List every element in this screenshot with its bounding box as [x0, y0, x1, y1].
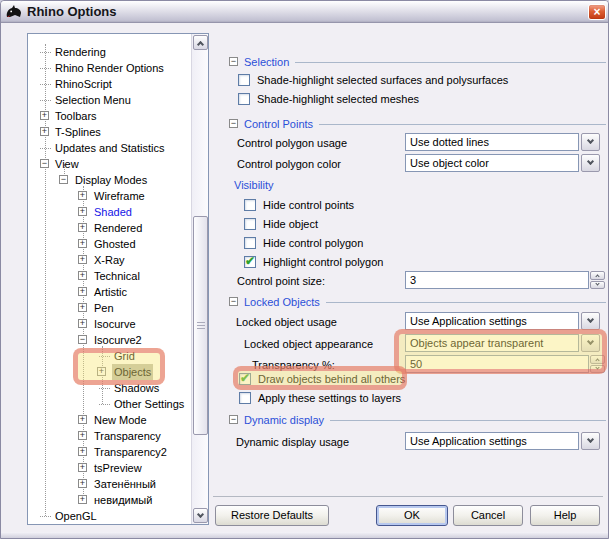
tree-item-row-28[interactable]: +невидимый — [28, 492, 188, 508]
tree-item-label[interactable]: Objects — [112, 364, 153, 380]
expand-icon[interactable]: + — [78, 495, 87, 504]
chevron-down-icon[interactable] — [581, 312, 600, 330]
expand-icon[interactable]: + — [97, 367, 106, 376]
checkbox-box[interactable] — [239, 392, 251, 404]
tree-scrollbar[interactable] — [191, 34, 208, 524]
checkbox-hide-control-polygon[interactable]: Hide control polygon — [244, 236, 363, 250]
expand-icon[interactable]: + — [78, 239, 87, 248]
expand-icon[interactable]: + — [78, 415, 87, 424]
expand-icon[interactable]: + — [78, 431, 87, 440]
tree-item-row-27[interactable]: +Затенённый — [28, 476, 188, 492]
checkbox-shade-highlight-meshes[interactable]: Shade-highlight selected meshes — [238, 92, 419, 106]
tree-item-isocurve2[interactable]: −Isocurve2 — [28, 332, 188, 348]
tree-item-pen[interactable]: +Pen — [28, 300, 188, 316]
restore-defaults-button[interactable]: Restore Defaults — [215, 505, 329, 526]
tree-item-rendering[interactable]: Rendering — [28, 44, 188, 60]
spinner-transparency-percent[interactable]: 50 — [405, 355, 605, 373]
tree-item-label[interactable]: tsPreview — [92, 460, 144, 476]
checkbox-shade-highlight-surfaces[interactable]: Shade-highlight selected surfaces and po… — [238, 73, 508, 87]
collapse-icon[interactable]: − — [229, 297, 238, 306]
tree-item-label[interactable]: невидимый — [92, 492, 154, 508]
expand-icon[interactable]: + — [78, 447, 87, 456]
scrollbar-thumb[interactable] — [193, 216, 208, 435]
tree-item-updates-and-statistics[interactable]: Updates and Statistics — [28, 140, 188, 156]
tree-item-label[interactable]: Updates and Statistics — [53, 140, 166, 156]
spinner-value[interactable]: 50 — [405, 355, 589, 373]
tree-item-label[interactable]: Transparency — [92, 428, 163, 444]
expand-icon[interactable]: + — [78, 223, 87, 232]
tree-item-rhinoscript[interactable]: RhinoScript — [28, 76, 188, 92]
tree-item-label[interactable]: Rhino Render Options — [53, 60, 166, 76]
tree-item-label[interactable]: Artistic — [92, 284, 129, 300]
tree-item-label[interactable]: View — [53, 156, 81, 172]
tree-item-label[interactable]: New Mode — [92, 412, 149, 428]
tree-item-transparency2[interactable]: +Transparency2 — [28, 444, 188, 460]
tree-item-label[interactable]: Selection Menu — [53, 92, 133, 108]
collapse-icon[interactable]: − — [229, 415, 238, 424]
collapse-icon[interactable]: − — [229, 119, 238, 128]
tree-item-label[interactable]: Transparency2 — [92, 444, 169, 460]
tree-item-display-modes[interactable]: −Display Modes — [28, 172, 188, 188]
checkbox-draw-objects-behind[interactable]: Draw objects behind all others — [239, 372, 405, 386]
tree-item-view[interactable]: −View — [28, 156, 188, 172]
combo-value[interactable]: Use Application settings — [405, 432, 579, 450]
expand-icon[interactable]: + — [40, 127, 49, 136]
collapse-icon[interactable]: − — [78, 335, 87, 344]
collapse-icon[interactable]: − — [59, 175, 68, 184]
cancel-button[interactable]: Cancel — [453, 505, 523, 526]
title-bar[interactable]: Rhino Options × — [1, 1, 609, 23]
checkbox-apply-settings-to-layers[interactable]: Apply these settings to layers — [239, 391, 401, 405]
tree-item-transparency[interactable]: +Transparency — [28, 428, 188, 444]
tree-item-tspreview[interactable]: +tsPreview — [28, 460, 188, 476]
checkbox-box[interactable] — [244, 256, 256, 268]
tree-item-technical[interactable]: +Technical — [28, 268, 188, 284]
spinner-value[interactable]: 3 — [405, 271, 589, 289]
checkbox-box[interactable] — [238, 93, 250, 105]
tree-item-label[interactable]: Затенённый — [92, 476, 158, 492]
expand-icon[interactable]: + — [78, 303, 87, 312]
checkbox-highlight-control-polygon[interactable]: Highlight control polygon — [244, 255, 383, 269]
checkbox-box[interactable] — [244, 237, 256, 249]
collapse-icon[interactable]: − — [229, 57, 238, 66]
expand-icon[interactable]: + — [78, 191, 87, 200]
tree-item-label[interactable]: Rendering — [53, 44, 108, 60]
checkbox-box[interactable] — [239, 373, 251, 385]
scroll-down-icon[interactable] — [193, 508, 208, 523]
expand-icon[interactable]: + — [78, 287, 87, 296]
combo-value[interactable]: Use object color — [405, 154, 579, 172]
tree-item-artistic[interactable]: +Artistic — [28, 284, 188, 300]
tree-item-isocurve[interactable]: +Isocurve — [28, 316, 188, 332]
tree-item-t-splines[interactable]: +T-Splines — [28, 124, 188, 140]
tree-item-rendered[interactable]: +Rendered — [28, 220, 188, 236]
spinner-control-point-size[interactable]: 3 — [405, 271, 605, 289]
tree-item-other-settings[interactable]: Other Settings — [28, 396, 188, 412]
tree-item-label[interactable]: Pen — [92, 300, 116, 316]
tree-item-shaded[interactable]: +Shaded — [28, 204, 188, 220]
tree-item-label[interactable]: Other Settings — [112, 396, 186, 412]
ok-button[interactable]: OK — [376, 505, 448, 526]
checkbox-box[interactable] — [244, 218, 256, 230]
tree-item-label[interactable]: OpenGL — [53, 508, 99, 524]
combo-locked-object-usage[interactable]: Use Application settings — [405, 312, 600, 330]
help-button[interactable]: Help — [530, 505, 600, 526]
tree-item-label[interactable]: Rendered — [92, 220, 144, 236]
chevron-down-icon[interactable] — [581, 432, 600, 450]
expand-icon[interactable]: + — [78, 255, 87, 264]
tree-item-label[interactable]: Grid — [112, 348, 137, 364]
tree-item-label[interactable]: Wireframe — [92, 188, 147, 204]
tree-item-label[interactable]: RhinoScript — [53, 76, 114, 92]
checkbox-box[interactable] — [238, 74, 250, 86]
combo-locked-object-appearance[interactable]: Objects appear transparent — [405, 334, 600, 352]
expand-icon[interactable]: + — [78, 319, 87, 328]
tree-item-rhino-render-options[interactable]: Rhino Render Options — [28, 60, 188, 76]
tree-item-opengl[interactable]: OpenGL — [28, 508, 188, 524]
tree-item-label[interactable]: Ghosted — [92, 236, 138, 252]
combo-control-polygon-usage[interactable]: Use dotted lines — [405, 133, 600, 151]
combo-control-polygon-color[interactable]: Use object color — [405, 154, 600, 172]
collapse-icon[interactable]: − — [40, 159, 49, 168]
tree-item-label[interactable]: X-Ray — [92, 252, 127, 268]
chevron-down-icon[interactable] — [581, 133, 600, 151]
checkbox-hide-control-points[interactable]: Hide control points — [244, 198, 354, 212]
tree-item-label[interactable]: Display Modes — [73, 172, 149, 188]
expand-icon[interactable]: + — [78, 479, 87, 488]
